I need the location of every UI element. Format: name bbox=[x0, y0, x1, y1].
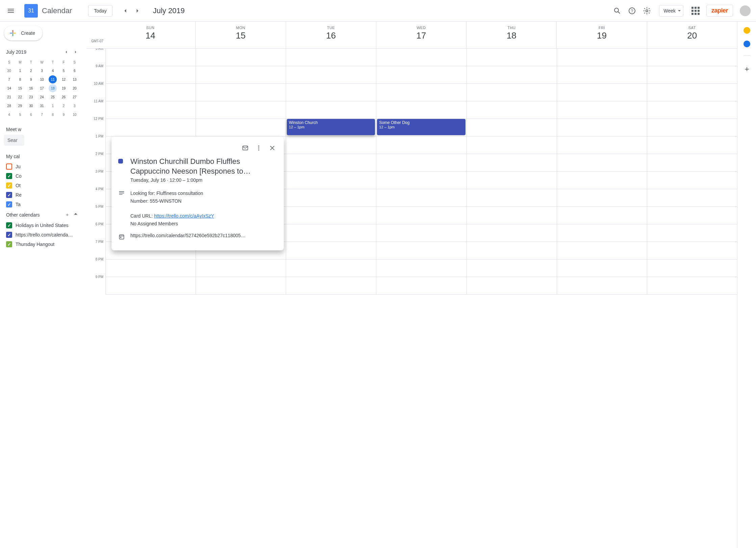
hour-cell[interactable] bbox=[467, 154, 557, 172]
day-header[interactable]: SAT20 bbox=[647, 22, 737, 48]
mini-day[interactable]: 23 bbox=[27, 93, 35, 101]
mini-day[interactable]: 26 bbox=[60, 93, 68, 101]
calendar-item[interactable]: Holidays in United States bbox=[4, 221, 80, 230]
create-button[interactable]: Create bbox=[4, 26, 43, 41]
hour-cell[interactable] bbox=[557, 277, 647, 295]
mini-day[interactable]: 2 bbox=[60, 102, 68, 110]
mini-day[interactable]: 27 bbox=[71, 93, 79, 101]
mini-day[interactable]: 5 bbox=[16, 110, 24, 119]
email-button[interactable] bbox=[239, 142, 251, 154]
day-column[interactable]: Winston Church12 – 1pm bbox=[286, 49, 376, 295]
hour-cell[interactable] bbox=[647, 224, 737, 242]
tasks-button[interactable] bbox=[744, 41, 750, 47]
add-addon-button[interactable]: ＋ bbox=[743, 64, 751, 74]
hour-cell[interactable] bbox=[467, 101, 557, 119]
trello-card-link[interactable]: https://trello.com/c/aAyIxSzY bbox=[154, 213, 214, 219]
hour-cell[interactable] bbox=[647, 66, 737, 84]
mini-day[interactable]: 4 bbox=[5, 110, 13, 119]
hour-cell[interactable] bbox=[196, 101, 286, 119]
mini-day[interactable]: 1 bbox=[49, 102, 57, 110]
hour-cell[interactable] bbox=[467, 259, 557, 277]
hour-cell[interactable] bbox=[376, 224, 466, 242]
day-header[interactable]: TUE16 bbox=[286, 22, 376, 48]
hour-cell[interactable] bbox=[647, 207, 737, 224]
hour-cell[interactable] bbox=[286, 172, 376, 189]
hour-cell[interactable] bbox=[557, 189, 647, 207]
mini-day[interactable]: 21 bbox=[5, 93, 13, 101]
apps-button[interactable] bbox=[689, 4, 702, 18]
hour-cell[interactable] bbox=[376, 66, 466, 84]
hour-cell[interactable] bbox=[557, 242, 647, 259]
hour-cell[interactable] bbox=[467, 119, 557, 136]
hour-cell[interactable] bbox=[286, 189, 376, 207]
hour-cell[interactable] bbox=[647, 136, 737, 154]
hour-cell[interactable] bbox=[286, 49, 376, 66]
mini-day[interactable]: 7 bbox=[5, 75, 13, 83]
calendar-item[interactable]: https://trello.com/calenda… bbox=[4, 230, 80, 240]
mini-day[interactable]: 16 bbox=[27, 84, 35, 92]
hour-cell[interactable] bbox=[557, 66, 647, 84]
mini-day[interactable]: 4 bbox=[49, 67, 57, 75]
day-column[interactable] bbox=[647, 49, 737, 295]
mini-prev-button[interactable] bbox=[62, 48, 70, 56]
hour-cell[interactable] bbox=[376, 136, 466, 154]
mini-day[interactable]: 3 bbox=[71, 102, 79, 110]
day-header[interactable]: THU18 bbox=[466, 22, 556, 48]
hour-cell[interactable] bbox=[647, 101, 737, 119]
calendar-item[interactable]: Thursday Hangout bbox=[4, 240, 80, 249]
mini-next-button[interactable] bbox=[72, 48, 80, 56]
hour-cell[interactable] bbox=[557, 84, 647, 101]
hour-cell[interactable] bbox=[196, 259, 286, 277]
hour-cell[interactable] bbox=[106, 119, 196, 136]
calendar-checkbox[interactable] bbox=[6, 192, 12, 198]
day-column[interactable] bbox=[467, 49, 557, 295]
menu-button[interactable] bbox=[3, 3, 19, 19]
hour-cell[interactable] bbox=[286, 84, 376, 101]
hour-cell[interactable] bbox=[467, 189, 557, 207]
mini-day[interactable]: 17 bbox=[38, 84, 46, 92]
calendar-item[interactable]: Ju bbox=[4, 162, 80, 171]
mini-day[interactable]: 5 bbox=[60, 67, 68, 75]
calendar-checkbox[interactable] bbox=[6, 222, 12, 228]
mini-day[interactable]: 24 bbox=[38, 93, 46, 101]
hour-cell[interactable] bbox=[286, 277, 376, 295]
hour-cell[interactable] bbox=[286, 224, 376, 242]
hour-cell[interactable] bbox=[286, 136, 376, 154]
mini-day[interactable]: 31 bbox=[38, 102, 46, 110]
mini-day[interactable]: 25 bbox=[49, 93, 57, 101]
hour-cell[interactable] bbox=[647, 49, 737, 66]
hour-cell[interactable] bbox=[557, 224, 647, 242]
other-calendars-title[interactable]: Other calendars ＋ bbox=[4, 209, 80, 221]
hour-cell[interactable] bbox=[647, 154, 737, 172]
mini-day[interactable]: 22 bbox=[16, 93, 24, 101]
mini-day[interactable]: 30 bbox=[5, 67, 13, 75]
hour-cell[interactable] bbox=[106, 49, 196, 66]
hour-cell[interactable] bbox=[376, 84, 466, 101]
hour-cell[interactable] bbox=[467, 277, 557, 295]
hour-cell[interactable] bbox=[647, 259, 737, 277]
hour-cell[interactable] bbox=[557, 259, 647, 277]
mini-day[interactable]: 10 bbox=[71, 110, 79, 119]
hour-cell[interactable] bbox=[196, 66, 286, 84]
hour-cell[interactable] bbox=[467, 242, 557, 259]
hour-cell[interactable] bbox=[106, 259, 196, 277]
hour-cell[interactable] bbox=[286, 101, 376, 119]
hour-cell[interactable] bbox=[467, 224, 557, 242]
today-button[interactable]: Today bbox=[88, 5, 112, 17]
hour-cell[interactable] bbox=[647, 189, 737, 207]
prev-week-button[interactable] bbox=[119, 5, 131, 17]
mini-day[interactable]: 19 bbox=[60, 84, 68, 92]
hour-cell[interactable] bbox=[647, 172, 737, 189]
calendar-checkbox[interactable] bbox=[6, 232, 12, 238]
hour-cell[interactable] bbox=[376, 172, 466, 189]
mini-day[interactable]: 2 bbox=[27, 67, 35, 75]
user-avatar[interactable] bbox=[740, 5, 751, 16]
mini-day[interactable]: 3 bbox=[38, 67, 46, 75]
calendar-checkbox[interactable] bbox=[6, 164, 12, 170]
people-search-input[interactable]: Sear bbox=[4, 135, 24, 146]
hour-cell[interactable] bbox=[376, 207, 466, 224]
mini-day[interactable]: 8 bbox=[49, 110, 57, 119]
hour-cell[interactable] bbox=[647, 277, 737, 295]
mini-day[interactable]: 8 bbox=[16, 75, 24, 83]
hour-cell[interactable] bbox=[557, 119, 647, 136]
